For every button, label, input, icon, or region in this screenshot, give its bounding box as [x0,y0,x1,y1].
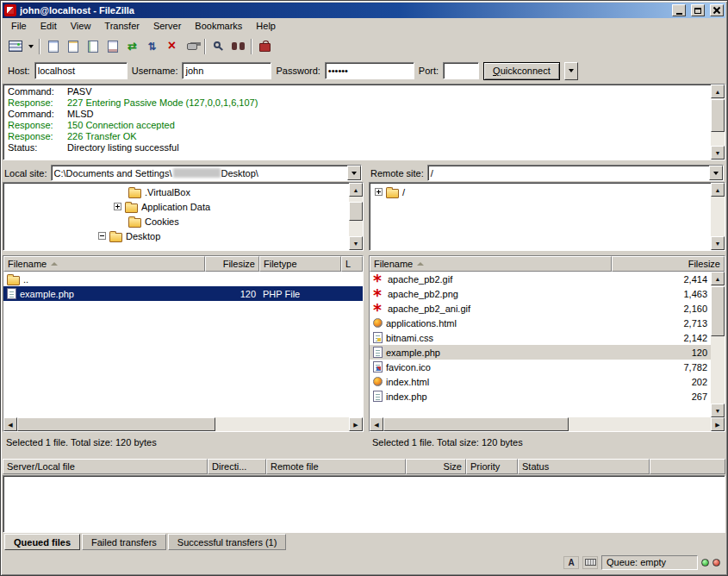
browser-split: Local site: C:\Documents and Settings\De… [3,164,725,451]
tree-item-application-data[interactable]: Application Data [3,199,349,214]
column-header-priority[interactable]: Priority [466,459,518,474]
toggle-local-tree-button[interactable] [63,37,83,56]
remote-site-combo[interactable]: / [427,165,724,181]
toggle-remote-tree-button[interactable] [83,37,103,56]
column-header-status[interactable]: Status [518,459,650,474]
scroll-left-arrow[interactable] [3,417,17,431]
host-input[interactable] [34,62,128,79]
scroll-down-arrow[interactable] [711,404,725,417]
scroll-thumb[interactable] [711,286,725,336]
tree-item-virtualbox[interactable]: .VirtualBox [3,185,349,199]
expand-plus-icon[interactable] [375,188,383,196]
remote-site-dropdown-button[interactable] [709,166,723,180]
splitter-horizontal[interactable] [3,451,725,459]
file-row[interactable]: bitnami.css2,142 [370,330,711,345]
toggle-queue-button[interactable] [103,37,122,56]
directory-compare-button[interactable] [208,37,228,56]
menu-help[interactable]: Help [249,19,283,34]
close-button[interactable] [710,4,724,16]
scroll-thumb[interactable] [383,417,569,431]
file-row-example-php[interactable]: example.php120 [370,345,711,360]
column-header-last-modified[interactable]: L [341,256,363,272]
scroll-left-arrow[interactable] [370,417,383,431]
remote-list-scrollbar[interactable] [711,272,725,417]
username-input[interactable] [182,62,271,79]
expand-plus-icon[interactable] [114,203,121,210]
file-row[interactable]: applications.html2,713 [370,316,711,330]
file-row[interactable]: apache_pb2.png1,463 [370,286,711,301]
redacted-username [173,168,221,178]
file-size: 1,463 [612,286,711,301]
encryption-indicator[interactable] [582,556,598,569]
site-manager-dropdown-button[interactable] [25,37,36,56]
column-header-filename[interactable]: Filename [370,256,612,272]
scroll-down-arrow[interactable] [349,236,363,250]
column-header-server-local-file[interactable]: Server/Local file [3,459,208,474]
local-site-dropdown-button[interactable] [347,166,361,180]
collapse-minus-icon[interactable] [98,232,106,240]
file-row[interactable]: apache_pb2.gif2,414 [370,272,711,286]
file-row-parent-dir[interactable]: .. [3,272,363,286]
remote-status-text: Selected 1 file. Total size: 120 bytes [369,434,725,451]
scroll-thumb[interactable] [349,202,363,221]
column-header-filename[interactable]: Filename [3,256,205,272]
file-row-example-php[interactable]: example.php 120 PHP File [3,286,363,301]
cancel-transfer-button[interactable] [162,37,182,56]
minimize-button[interactable] [672,4,686,16]
menu-server[interactable]: Server [146,19,188,34]
open-site-manager-button[interactable] [255,37,275,56]
tree-item-root[interactable]: / [370,185,711,199]
scroll-down-arrow[interactable] [711,146,725,160]
scroll-right-arrow[interactable] [349,417,363,431]
scroll-thumb[interactable] [17,417,215,431]
port-input[interactable] [443,62,479,79]
column-header-direction[interactable]: Directi... [208,459,266,474]
remote-tree-scrollbar[interactable] [711,183,725,250]
tree-item-desktop[interactable]: Desktop [3,229,349,243]
transfer-type-indicator[interactable]: A [563,556,579,569]
menu-bookmarks[interactable]: Bookmarks [188,19,249,34]
password-input[interactable] [325,62,414,79]
scroll-thumb[interactable] [711,99,725,132]
sort-ascending-icon [51,262,58,266]
scroll-up-arrow[interactable] [711,183,725,197]
menu-edit[interactable]: Edit [34,19,64,34]
scroll-right-arrow[interactable] [711,417,725,431]
remote-list-hscrollbar[interactable] [370,417,725,431]
scroll-up-arrow[interactable] [711,85,725,98]
refresh-button[interactable] [122,37,142,56]
file-row[interactable]: index.html202 [370,374,711,389]
toggle-message-log-button[interactable] [43,37,63,56]
column-header-filesize[interactable]: Filesize [612,256,725,272]
local-list-body: .. example.php 120 PHP File [3,272,363,417]
site-manager-button[interactable] [5,37,25,56]
find-files-button[interactable] [228,37,248,56]
process-queue-button[interactable] [142,37,162,56]
local-tree-scrollbar[interactable] [349,183,363,250]
menu-file[interactable]: File [4,19,34,34]
quickconnect-dropdown-button[interactable] [564,62,578,80]
tab-queued-files[interactable]: Queued files [4,534,80,550]
tree-item-label: Application Data [141,202,210,212]
tab-failed-transfers[interactable]: Failed transfers [82,534,166,550]
menu-transfer[interactable]: Transfer [97,19,146,34]
maximize-button[interactable] [691,4,705,16]
column-header-size[interactable]: Size [406,459,466,474]
local-site-combo[interactable]: C:\Documents and Settings\Desktop\ [51,165,362,181]
tree-item-cookies[interactable]: Cookies [3,214,349,229]
column-header-filesize[interactable]: Filesize [205,256,259,272]
scroll-up-arrow[interactable] [711,272,725,285]
tab-successful-transfers[interactable]: Successful transfers (1) [168,534,287,550]
column-header-filetype[interactable]: Filetype [259,256,341,272]
file-row[interactable]: apache_pb2_ani.gif2,160 [370,301,711,316]
file-row[interactable]: favicon.ico7,782 [370,360,711,374]
column-header-remote-file[interactable]: Remote file [266,459,406,474]
scroll-up-arrow[interactable] [349,183,363,197]
local-list-hscrollbar[interactable] [3,417,363,431]
quickconnect-button[interactable]: Quickconnect [483,62,560,80]
disconnect-button[interactable] [182,37,202,56]
scroll-down-arrow[interactable] [711,236,725,250]
menu-view[interactable]: View [64,19,98,34]
log-scrollbar[interactable] [711,85,725,160]
file-row[interactable]: index.php267 [370,389,711,404]
